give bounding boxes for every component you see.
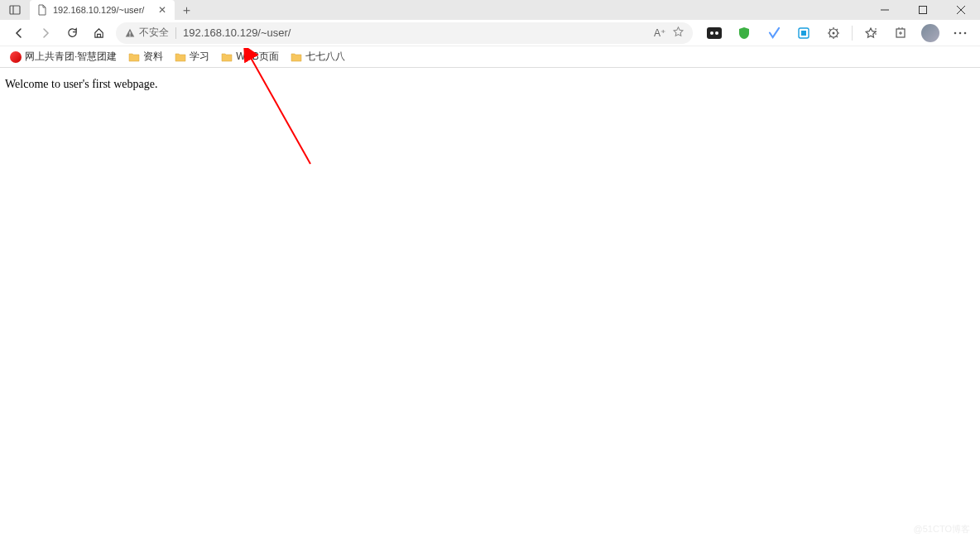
- svg-rect-8: [707, 27, 722, 39]
- page-text: Welcome to user's first webpage.: [5, 78, 158, 90]
- bookmark-label: 网上共青团·智慧团建: [25, 50, 117, 64]
- settings-button[interactable]: [820, 22, 847, 45]
- svg-rect-12: [801, 31, 806, 36]
- minimize-button[interactable]: [866, 0, 904, 20]
- favorite-button[interactable]: [672, 26, 685, 41]
- extension-2[interactable]: [731, 22, 757, 45]
- svg-rect-0: [10, 6, 20, 14]
- close-window-button[interactable]: [942, 0, 980, 20]
- more-button[interactable]: [947, 22, 973, 45]
- separator: [175, 27, 176, 39]
- profile-button[interactable]: [917, 22, 944, 45]
- new-tab-button[interactable]: ＋: [175, 0, 198, 20]
- bookmark-item[interactable]: 学习: [171, 48, 213, 65]
- svg-point-25: [964, 31, 967, 34]
- url-text: 192.168.10.129/~user/: [183, 26, 647, 39]
- bookmark-label: 资料: [143, 50, 163, 64]
- page-icon: [36, 4, 48, 16]
- site-icon: [10, 51, 22, 63]
- folder-icon: [175, 52, 186, 62]
- separator: [852, 26, 853, 41]
- bookmarks-bar: 网上共青团·智慧团建 资料 学习 WEB页面 七七八八: [0, 46, 980, 68]
- tab-panel-icon: [9, 4, 21, 16]
- tab-close-button[interactable]: ✕: [156, 4, 168, 16]
- bookmark-label: 学习: [190, 50, 209, 64]
- svg-point-23: [954, 31, 957, 34]
- home-button[interactable]: [86, 22, 111, 45]
- bookmark-item[interactable]: 七七八八: [287, 48, 348, 65]
- tab-title: 192.168.10.129/~user/: [53, 5, 151, 15]
- folder-icon: [128, 52, 140, 62]
- collections-button[interactable]: [887, 22, 914, 45]
- refresh-button[interactable]: [60, 22, 84, 45]
- bookmark-item[interactable]: WEB页面: [218, 48, 281, 65]
- svg-rect-6: [129, 31, 130, 35]
- extension-4[interactable]: [790, 22, 817, 45]
- tab-panel-button[interactable]: [0, 0, 30, 20]
- maximize-button[interactable]: [904, 0, 942, 20]
- svg-point-9: [710, 31, 713, 35]
- warning-icon: [124, 27, 136, 39]
- favorites-button[interactable]: [858, 22, 884, 45]
- watermark: @51CTO博客: [914, 523, 970, 535]
- avatar-icon: [921, 24, 939, 42]
- bookmark-item[interactable]: 网上共青团·智慧团建: [7, 48, 120, 65]
- extension-1[interactable]: [701, 22, 728, 45]
- svg-rect-7: [129, 35, 130, 36]
- bookmark-label: 七七八八: [305, 50, 345, 64]
- folder-icon: [221, 52, 233, 62]
- svg-point-10: [715, 31, 718, 35]
- address-bar[interactable]: 不安全 192.168.10.129/~user/ A⁺: [116, 22, 693, 44]
- svg-point-14: [833, 31, 835, 34]
- bookmark-item[interactable]: 资料: [125, 48, 166, 65]
- bookmark-label: WEB页面: [236, 50, 278, 64]
- security-status[interactable]: 不安全: [124, 26, 169, 40]
- folder-icon: [291, 52, 302, 62]
- reader-mode-button[interactable]: A⁺: [654, 27, 665, 39]
- svg-point-24: [959, 31, 962, 34]
- back-button[interactable]: [7, 22, 31, 45]
- extension-3[interactable]: [761, 22, 787, 45]
- security-label: 不安全: [139, 26, 169, 40]
- forward-button[interactable]: [33, 22, 58, 45]
- browser-tab[interactable]: 192.168.10.129/~user/ ✕: [30, 0, 175, 20]
- svg-rect-3: [920, 7, 927, 14]
- page-content: Welcome to user's first webpage.: [0, 68, 980, 101]
